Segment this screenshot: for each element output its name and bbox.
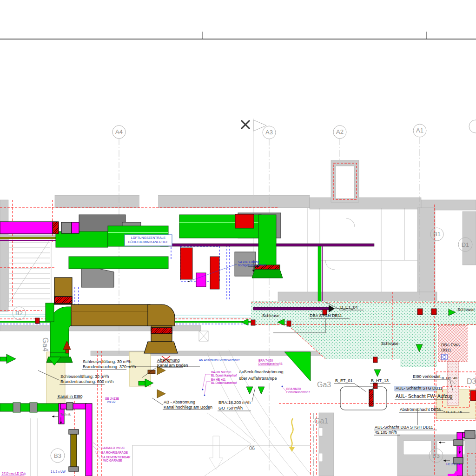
label-schleusenlueftung1-line2: Brandentrauchung: 370 m³/h <box>83 364 136 369</box>
label-bra-line2: GO 750 m³/h <box>218 406 243 410</box>
label-dba-fwa-line2: DB11 <box>441 348 451 352</box>
label-ei90-verkleidet: EI90 verkleidet <box>413 374 441 379</box>
label-abstroemung-line2: Kanal am Boden <box>157 363 188 368</box>
equipment-label-line2: BÜRO DOMINIKANERHOF <box>128 240 168 244</box>
label-blue-center-line2: hochgelegt an Wand <box>238 264 266 267</box>
grid-bubble-a1: A1 <box>416 127 423 134</box>
equipment-label-box: LÜFTUNGSZENTRALE BÜRO DOMINIKANERHOF <box>125 235 172 246</box>
grid-bubble-b3-left: B3 <box>54 452 61 459</box>
grid-bubble-a4: A4 <box>115 128 123 135</box>
grid-bubble-a3: A3 <box>265 129 273 136</box>
label-aul-schacht-fw: AUL- Schacht FW- Aufzug <box>396 393 453 399</box>
label-b-ht-13: B_HT_13 <box>371 378 389 383</box>
label-m6: SA/BA/LD ins U3 <box>101 446 125 450</box>
zone-label-ga1: Ga1 <box>314 417 328 425</box>
label-aussenluft-line1: Außenluftnachströmung <box>239 370 284 374</box>
grid-bubble-a2: A2 <box>336 128 344 135</box>
label-abstroemung-line1: Abströmung <box>157 358 180 363</box>
label-dba-fwa-line1: DBA FWA <box>441 343 460 347</box>
zone-label-d3: D3 <box>467 377 476 385</box>
label-m7: SA ROHRGARAGE <box>101 451 128 454</box>
room-number-06: 06 <box>249 445 255 451</box>
label-blue1: 1 L 2 x UW <box>51 470 66 473</box>
grid-bubble-d1: D1 <box>462 241 469 248</box>
label-schleuse-far: Schleuse <box>457 307 475 312</box>
label-m8a: SA DEMONTIERBAR <box>101 456 131 459</box>
label-m4b: Dominikanerhof 7 <box>286 390 310 394</box>
label-schleusenlueftung2-line2: Brandentrauchung: 500 m³/h <box>60 379 114 384</box>
label-geraetewechsler: AN Anschluss Gerätewechsler <box>199 358 240 362</box>
label-blue2: HE 2 LÜ 4 <box>446 463 460 466</box>
label-m2a: BA HB x61 <box>211 378 226 381</box>
label-aul-dba-line1: AUL-Schacht DBA STGH DB11 <box>375 425 433 430</box>
zone-label-ga4: Ga4 <box>41 337 49 351</box>
label-kanal-ei90: Kanal in EI90 <box>58 394 83 399</box>
label-schleuse-corridor: Schleuse <box>262 313 279 318</box>
label-m8b: WC-GARAGE <box>103 459 122 462</box>
label-ab-abstroemung-line2: Kanal hochliegt am Boden <box>164 405 212 410</box>
label-schleusenlueftung1-line1: Schleusenlüftung: 30 m³/h <box>83 359 132 364</box>
label-aussenluft-line2: über Auffahrtsrampe <box>239 376 277 381</box>
label-m3b: Dominikanerhof B <box>258 362 283 365</box>
grid-bubble-b3-right: B3 <box>432 452 440 459</box>
label-b-et-01: B_ET_01 <box>335 378 353 383</box>
label-b-ht-40: B_HT_40 <box>442 376 457 380</box>
label-m2b: BL Dominikanerhof <box>211 381 237 384</box>
label-m9: 2410 neu LD (Zu) <box>2 472 26 476</box>
label-aul-dba-line2: 45.105 m³/h <box>375 430 397 435</box>
label-schleuse-right: Schleuse <box>381 341 398 346</box>
label-ab-abstroemung-line1: AB - Abströmung <box>164 400 195 404</box>
label-m5a: SB JN13B <box>105 397 119 400</box>
label-m4a: BRA 96/20 <box>286 387 301 390</box>
label-dba-stgh: DBA STGH DB11 <box>310 313 342 318</box>
label-m1a: BA HB Not x90 <box>211 370 231 374</box>
equipment-label-line1: LÜFTUNGSZENTRALE <box>131 236 166 239</box>
label-b-et-04: B_ET_04 <box>340 305 358 310</box>
label-abstroemschacht: Abströmschacht DB11 <box>400 407 441 412</box>
zone-label-ga3: Ga3 <box>317 381 331 389</box>
grid-bubble-b2: B2 <box>15 310 23 317</box>
grid-bubble-b1: B1 <box>433 231 441 238</box>
label-technik: Technik <box>60 413 71 416</box>
label-schleusenlueftung2-line1: Schleusenlüftung: 30 m³/h <box>60 374 109 379</box>
hvac-floor-plan: A4 A3 A2 A1 B1 D1 B2 B3 B3 Ga3 Ga1 Ga4 D… <box>0 0 476 476</box>
label-m3a: BRA 74/20 <box>258 359 273 362</box>
label-bra-line1: BRA:18.200 m³/h <box>218 400 251 405</box>
label-m1b: BL Dominikanerhof <box>211 374 237 377</box>
plan-canvas: A4 A3 A2 A1 B1 D1 B2 B3 B3 Ga3 Ga1 Ga4 D… <box>0 0 476 476</box>
label-m5b: ins U2 <box>107 400 116 403</box>
label-b-ht-16: B_HT_16 <box>446 410 462 414</box>
label-aul-schacht-stg: AUL- Schacht STG DB11 <box>396 386 443 390</box>
